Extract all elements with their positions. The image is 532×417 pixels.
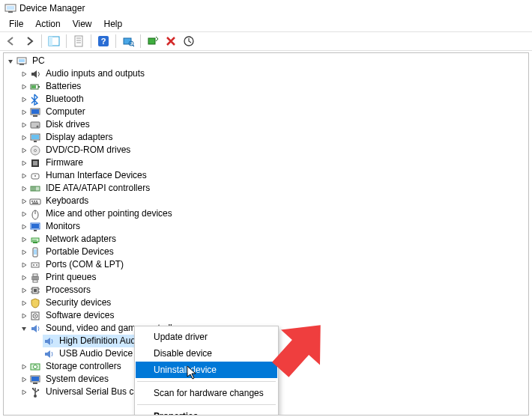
svg-rect-2 bbox=[8, 11, 13, 13]
menu-help[interactable]: Help bbox=[98, 17, 129, 31]
context-menu-item[interactable]: Uninstall device bbox=[136, 362, 277, 378]
context-menu-item[interactable]: Update driver bbox=[136, 329, 277, 345]
menu-file[interactable]: File bbox=[3, 17, 29, 31]
storage-icon bbox=[29, 361, 41, 373]
tree-category[interactable]: Processors bbox=[5, 284, 528, 296]
chevron-right-icon[interactable] bbox=[19, 158, 29, 168]
svg-rect-5 bbox=[75, 36, 82, 46]
svg-point-35 bbox=[34, 175, 36, 177]
tree-category[interactable]: Keyboards bbox=[5, 195, 528, 207]
chevron-right-icon[interactable] bbox=[19, 94, 29, 105]
tree-category[interactable]: Disk drives bbox=[5, 118, 528, 131]
tree-category[interactable]: Firmware bbox=[5, 156, 528, 169]
chevron-right-icon[interactable] bbox=[19, 362, 29, 372]
menu-view[interactable]: View bbox=[67, 17, 98, 31]
audio-icon bbox=[29, 68, 41, 80]
chevron-right-icon[interactable] bbox=[19, 145, 29, 156]
svg-rect-51 bbox=[33, 242, 37, 243]
hid-icon bbox=[29, 170, 41, 182]
forward-button[interactable] bbox=[21, 33, 37, 49]
toolbar-separator bbox=[140, 34, 141, 48]
tree-category[interactable]: Ports (COM & LPT) bbox=[5, 258, 528, 271]
tree-item-label: PC bbox=[31, 55, 46, 67]
menu-action[interactable]: Action bbox=[29, 17, 66, 31]
svg-point-26 bbox=[37, 125, 39, 127]
svg-rect-44 bbox=[32, 202, 38, 204]
tree-item-label: Universal Serial Bus co bbox=[44, 386, 140, 398]
tree-category[interactable]: DVD/CD-ROM drives bbox=[5, 144, 528, 156]
tree-category[interactable]: Audio inputs and outputs bbox=[5, 67, 528, 80]
show-hide-tree-button[interactable] bbox=[46, 33, 62, 49]
chevron-right-icon[interactable] bbox=[19, 82, 29, 92]
disk-icon bbox=[29, 119, 41, 131]
cpu-icon bbox=[29, 284, 41, 296]
chevron-right-icon[interactable] bbox=[19, 285, 29, 296]
chevron-right-icon[interactable] bbox=[19, 234, 29, 245]
svg-rect-14 bbox=[148, 38, 155, 44]
ide-icon bbox=[29, 183, 41, 195]
help-button[interactable]: ? bbox=[95, 33, 112, 49]
svg-point-80 bbox=[37, 389, 39, 390]
chevron-down-icon[interactable] bbox=[5, 56, 16, 67]
device-tree-pane: PCAudio inputs and outputsBatteriesBluet… bbox=[3, 52, 529, 416]
chevron-right-icon[interactable] bbox=[19, 273, 29, 283]
chevron-right-icon[interactable] bbox=[19, 120, 29, 130]
chevron-right-icon[interactable] bbox=[19, 222, 29, 232]
tree-category[interactable]: Network adapters bbox=[5, 233, 528, 246]
toolbar-separator bbox=[66, 34, 67, 48]
keyboard-icon bbox=[29, 195, 41, 207]
svg-rect-41 bbox=[31, 201, 33, 202]
chevron-right-icon[interactable] bbox=[19, 374, 29, 385]
chevron-right-icon[interactable] bbox=[19, 260, 29, 270]
add-legacy-button[interactable] bbox=[145, 33, 161, 49]
tree-category[interactable]: Bluetooth bbox=[5, 93, 528, 106]
tree-item-label: USB Audio Device bbox=[58, 347, 134, 360]
properties-button[interactable] bbox=[70, 33, 87, 49]
battery-icon bbox=[29, 81, 41, 93]
chevron-right-icon[interactable] bbox=[19, 209, 29, 219]
context-menu-item[interactable]: Disable device bbox=[136, 345, 277, 362]
update-driver-button[interactable] bbox=[181, 33, 197, 49]
tree-category[interactable]: Software devices bbox=[5, 309, 528, 322]
tree-item-label: Monitors bbox=[44, 220, 82, 233]
tree-category[interactable]: Portable Devices bbox=[5, 246, 528, 258]
back-button[interactable] bbox=[3, 33, 19, 49]
chevron-right-icon[interactable] bbox=[19, 183, 29, 194]
chevron-right-icon[interactable] bbox=[19, 196, 29, 207]
tree-category[interactable]: Security devices bbox=[5, 296, 528, 309]
bluetooth-icon bbox=[29, 94, 41, 106]
tree-category[interactable]: Display adapters bbox=[5, 131, 528, 144]
tree-item-label: IDE ATA/ATAPI controllers bbox=[44, 182, 151, 195]
tree-item-label: Processors bbox=[44, 284, 92, 296]
context-menu-item[interactable]: Properties bbox=[136, 408, 277, 416]
tree-category[interactable]: Print queues bbox=[5, 271, 528, 284]
tree-category[interactable]: Computer bbox=[5, 106, 528, 118]
uninstall-button[interactable] bbox=[163, 33, 179, 49]
tree-category[interactable]: Batteries bbox=[5, 80, 528, 93]
chevron-right-icon[interactable] bbox=[19, 247, 29, 258]
tree-category[interactable]: Human Interface Devices bbox=[5, 169, 528, 182]
svg-rect-48 bbox=[31, 224, 39, 228]
toolbar-separator bbox=[115, 34, 116, 48]
tree-category[interactable]: Monitors bbox=[5, 220, 528, 233]
chevron-right-icon[interactable] bbox=[19, 107, 29, 118]
sound-icon bbox=[29, 323, 41, 335]
chevron-right-icon[interactable] bbox=[19, 133, 29, 143]
tree-category[interactable]: Mice and other pointing devices bbox=[5, 207, 528, 220]
portable-icon bbox=[29, 246, 41, 258]
scan-hardware-button[interactable] bbox=[120, 33, 136, 49]
chevron-right-icon[interactable] bbox=[19, 298, 29, 308]
svg-rect-28 bbox=[31, 135, 39, 139]
chevron-right-icon[interactable] bbox=[19, 69, 29, 79]
tree-category[interactable]: IDE ATA/ATAPI controllers bbox=[5, 182, 528, 195]
chevron-right-icon[interactable] bbox=[19, 171, 29, 181]
svg-point-31 bbox=[34, 149, 37, 151]
devicemanager-icon bbox=[4, 2, 16, 14]
context-menu-item[interactable]: Scan for hardware changes bbox=[136, 385, 277, 401]
svg-rect-76 bbox=[33, 383, 37, 384]
chevron-right-icon[interactable] bbox=[19, 387, 29, 398]
tree-root[interactable]: PC bbox=[5, 55, 528, 67]
security-icon bbox=[29, 297, 41, 309]
chevron-down-icon[interactable] bbox=[19, 323, 29, 334]
chevron-right-icon[interactable] bbox=[19, 311, 29, 321]
